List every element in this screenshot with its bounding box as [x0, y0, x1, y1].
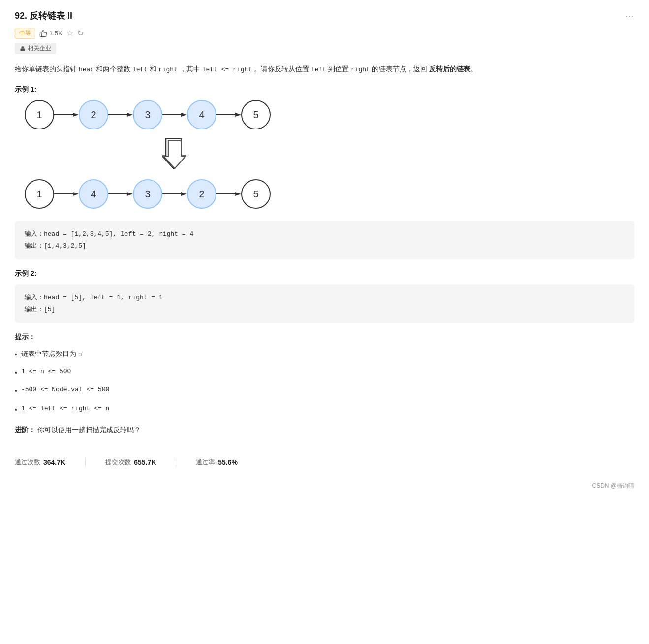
example2-code-block: 输入：head = [5], left = 1, right = 1 输出：[5…: [15, 284, 634, 323]
lock-icon: [20, 46, 26, 52]
code-right2: right: [351, 66, 370, 73]
example2-output: 输出：[5]: [25, 304, 624, 315]
node-top-3: 3: [133, 100, 162, 129]
node-bottom-5: 5: [241, 179, 271, 209]
list-row-top: 1 2 3 4 5: [25, 100, 271, 129]
node-top-1: 1: [25, 100, 54, 129]
hints-title: 提示：: [15, 333, 634, 342]
arrow-1: [54, 110, 79, 120]
tags-row: 中等 1.5K ☆ ↻: [15, 28, 634, 39]
node-bottom-4: 4: [79, 179, 108, 209]
hint-text-2: 1 <= n <= 500: [21, 366, 71, 377]
arrow-b4: [216, 189, 241, 199]
company-tag-row: 相关企业: [15, 43, 634, 54]
stat-rate: 通过率 55.6%: [196, 458, 238, 467]
node-bottom-3: 3: [133, 179, 162, 209]
arrow-b1: [54, 189, 79, 199]
description: 给你单链表的头指针 head 和两个整数 left 和 right ，其中 le…: [15, 63, 634, 75]
footer-note: CSDN @楠钧晴: [15, 482, 634, 490]
node-bottom-1: 1: [25, 179, 54, 209]
svg-marker-8: [235, 113, 241, 117]
hint-item-3: • -500 <= Node.val <= 500: [15, 384, 634, 397]
arrow-4: [216, 110, 241, 120]
hints-section: 提示： • 链表中节点数目为 n • 1 <= n <= 500 • -500 …: [15, 333, 634, 416]
svg-marker-14: [127, 192, 133, 196]
difficulty-tag[interactable]: 中等: [15, 28, 35, 39]
code-left: left: [132, 66, 148, 73]
thumb-up-icon: [39, 30, 47, 37]
advanced-section: 进阶： 你可以使用一趟扫描完成反转吗？: [15, 426, 634, 435]
svg-marker-2: [73, 113, 79, 117]
stats-row: 通过次数 364.7K 提交次数 655.7K 通过率 55.6%: [15, 450, 634, 467]
arrow-b3: [162, 189, 187, 199]
example1-title: 示例 1:: [15, 85, 634, 94]
code-right: right: [158, 66, 178, 73]
arrow-b2: [108, 189, 133, 199]
likes-tag: 1.5K: [39, 30, 62, 37]
svg-rect-0: [21, 48, 25, 51]
svg-marker-12: [73, 192, 79, 196]
pass-value: 364.7K: [43, 458, 65, 466]
divider-2: [176, 457, 176, 467]
bold-text: 反转后的链表: [429, 65, 470, 73]
hint-text-3: -500 <= Node.val <= 500: [21, 384, 109, 395]
example1-input: 输入：head = [1,2,3,4,5], left = 2, right =…: [25, 228, 624, 240]
hint-item-2: • 1 <= n <= 500: [15, 366, 634, 379]
svg-marker-16: [181, 192, 187, 196]
hint-item-4: • 1 <= left <= right <= n: [15, 403, 634, 416]
submit-value: 655.7K: [134, 458, 156, 466]
arrow-3: [162, 110, 187, 120]
diagram-container: 1 2 3 4 5: [15, 100, 634, 213]
stat-pass: 通过次数 364.7K: [15, 458, 65, 467]
example2-section: 示例 2: 输入：head = [5], left = 1, right = 1…: [15, 269, 634, 323]
submit-label: 提交次数: [105, 458, 131, 467]
pass-label: 通过次数: [15, 458, 40, 467]
arrow-down-container: [25, 138, 187, 174]
bullet-4: •: [15, 404, 17, 416]
example1-section: 示例 1: 1 2 3 4 5: [15, 85, 634, 259]
list-row-bottom: 1 4 3 2 5: [25, 179, 271, 209]
stat-submit: 提交次数 655.7K: [105, 458, 156, 467]
node-top-4: 4: [187, 100, 216, 129]
refresh-icon[interactable]: ↻: [77, 29, 84, 38]
rate-label: 通过率: [196, 458, 215, 467]
bullet-2: •: [15, 367, 17, 379]
title-row: 92. 反转链表 II ⋯: [15, 10, 634, 22]
svg-marker-18: [235, 192, 241, 196]
code-left2: left: [311, 66, 326, 73]
example2-title: 示例 2:: [15, 269, 634, 278]
hint-item-1: • 链表中节点数目为 n: [15, 348, 634, 361]
advanced-label: 进阶：: [15, 426, 35, 434]
page-title: 92. 反转链表 II: [15, 10, 72, 22]
hint-text-4: 1 <= left <= right <= n: [21, 403, 109, 414]
arrow-2: [108, 110, 133, 120]
node-top-2: 2: [79, 100, 108, 129]
hint-text-1: 链表中节点数目为 n: [21, 348, 82, 360]
node-top-5: 5: [241, 100, 271, 129]
example1-output: 输出：[1,4,3,2,5]: [25, 240, 624, 252]
arrow-down: [162, 138, 187, 174]
likes-count: 1.5K: [49, 30, 62, 37]
example1-code-block: 输入：head = [1,2,3,4,5], left = 2, right =…: [15, 221, 634, 259]
svg-marker-4: [127, 113, 133, 117]
company-tag[interactable]: 相关企业: [15, 43, 56, 54]
example2-input: 输入：head = [5], left = 1, right = 1: [25, 292, 624, 303]
more-icon[interactable]: ⋯: [625, 10, 634, 21]
svg-marker-6: [181, 113, 187, 117]
rate-value: 55.6%: [218, 458, 238, 466]
node-bottom-2: 2: [187, 179, 216, 209]
star-icon[interactable]: ☆: [66, 29, 73, 38]
bullet-3: •: [15, 385, 17, 397]
advanced-text: 你可以使用一趟扫描完成反转吗？: [37, 426, 141, 434]
code-head: head: [79, 66, 94, 73]
bullet-1: •: [15, 349, 17, 361]
code-constraint: left <= right: [202, 66, 252, 73]
divider-1: [85, 457, 86, 467]
